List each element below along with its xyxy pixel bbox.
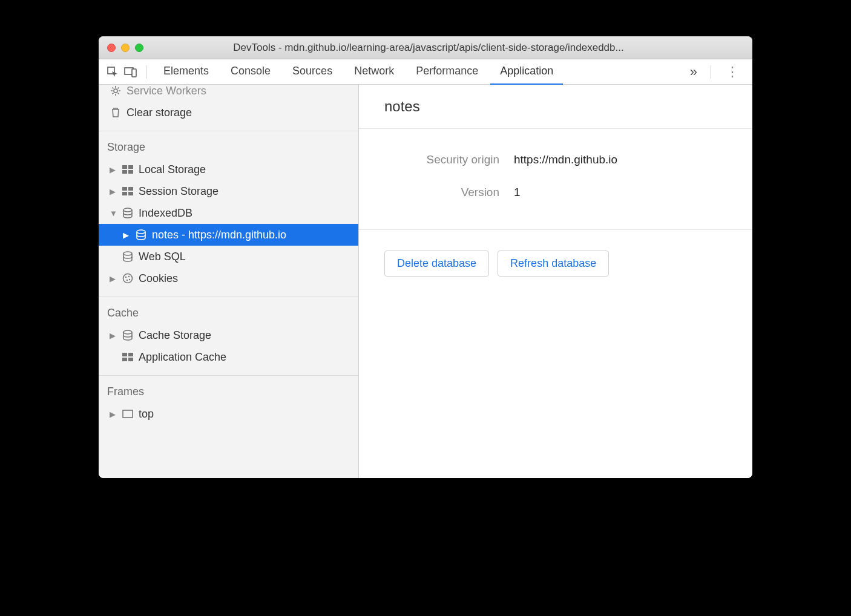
sidebar-group-storage: Storage <box>99 131 358 159</box>
sidebar-item-service-workers[interactable]: Service Workers <box>99 85 358 102</box>
detail-label: Security origin <box>384 153 499 166</box>
sidebar-item-label: notes - https://mdn.github.io <box>152 229 286 241</box>
svg-point-14 <box>123 252 132 255</box>
tab-elements[interactable]: Elements <box>154 59 218 85</box>
sidebar-item-indexeddb[interactable]: ▼ IndexedDB <box>99 202 358 224</box>
sidebar-item-label: Clear storage <box>126 106 192 119</box>
sidebar-item-cache-storage[interactable]: ▶ Cache Storage <box>99 324 358 346</box>
svg-rect-6 <box>122 170 127 174</box>
grid-icon <box>122 163 134 175</box>
svg-point-16 <box>125 277 126 278</box>
window-controls <box>107 44 143 52</box>
database-actions: Delete database Refresh database <box>359 230 752 297</box>
svg-point-13 <box>137 230 145 234</box>
svg-rect-10 <box>122 192 127 195</box>
svg-point-15 <box>123 274 133 283</box>
database-icon <box>135 229 147 241</box>
devtools-window: DevTools - mdn.github.io/learning-area/j… <box>99 36 752 478</box>
sidebar-item-label: Cache Storage <box>139 329 211 342</box>
database-details: Security origin https://mdn.github.io Ve… <box>359 129 752 230</box>
database-icon <box>122 329 134 341</box>
trash-icon <box>110 106 122 119</box>
svg-rect-21 <box>122 353 127 356</box>
application-sidebar: Service Workers Clear storage Storage ▶ … <box>99 85 359 478</box>
svg-rect-11 <box>128 192 133 195</box>
svg-rect-8 <box>122 187 127 191</box>
sidebar-item-label: Local Storage <box>139 163 206 176</box>
svg-rect-23 <box>122 358 127 361</box>
inspect-element-icon[interactable] <box>105 64 120 80</box>
sidebar-group-frames: Frames <box>99 376 358 403</box>
devtools-toolbar: Elements Console Sources Network Perform… <box>99 59 752 85</box>
sidebar-item-label: Web SQL <box>139 251 186 263</box>
grid-icon <box>122 185 134 197</box>
gear-icon <box>110 85 122 97</box>
sidebar-item-label: Session Storage <box>139 185 218 198</box>
maximize-window-button[interactable] <box>135 44 143 52</box>
detail-value: https://mdn.github.io <box>514 153 617 166</box>
sidebar-item-notes-db[interactable]: ▶ notes - https://mdn.github.io <box>99 224 358 246</box>
frame-icon <box>122 408 134 420</box>
svg-rect-22 <box>128 353 133 356</box>
toolbar-divider <box>711 65 711 79</box>
caret-right-icon: ▶ <box>110 165 117 174</box>
caret-right-icon: ▶ <box>110 331 117 340</box>
window-titlebar: DevTools - mdn.github.io/learning-area/j… <box>99 36 752 59</box>
caret-down-icon: ▼ <box>110 209 117 218</box>
devtools-content: Service Workers Clear storage Storage ▶ … <box>99 85 752 478</box>
detail-value: 1 <box>514 186 521 199</box>
svg-rect-24 <box>128 358 133 361</box>
database-icon <box>122 207 134 219</box>
minimize-window-button[interactable] <box>121 44 130 52</box>
grid-icon <box>122 351 134 363</box>
device-toolbar-icon[interactable] <box>123 64 139 80</box>
sidebar-item-label: Service Workers <box>126 85 206 97</box>
svg-rect-9 <box>128 187 133 191</box>
tab-performance[interactable]: Performance <box>406 59 488 85</box>
tab-sources[interactable]: Sources <box>283 59 342 85</box>
refresh-database-button[interactable]: Refresh database <box>498 251 609 277</box>
sidebar-item-clear-storage[interactable]: Clear storage <box>99 102 358 123</box>
database-icon <box>122 251 134 263</box>
detail-security-origin: Security origin https://mdn.github.io <box>384 153 727 166</box>
sidebar-item-application-cache[interactable]: Application Cache <box>99 346 358 368</box>
svg-point-20 <box>123 330 132 334</box>
close-window-button[interactable] <box>107 44 116 52</box>
settings-menu-icon[interactable]: ⋮ <box>718 65 746 79</box>
caret-right-icon: ▶ <box>110 274 117 283</box>
sidebar-item-session-storage[interactable]: ▶ Session Storage <box>99 180 358 202</box>
sidebar-item-label: Application Cache <box>139 351 226 364</box>
tab-application[interactable]: Application <box>490 59 563 85</box>
tab-network[interactable]: Network <box>344 59 404 85</box>
sidebar-item-label: top <box>139 408 154 421</box>
window-title: DevTools - mdn.github.io/learning-area/j… <box>150 42 744 54</box>
sidebar-item-web-sql[interactable]: Web SQL <box>99 246 358 267</box>
tab-console[interactable]: Console <box>221 59 280 85</box>
detail-label: Version <box>384 186 499 199</box>
tabs-overflow-button[interactable]: » <box>684 64 703 80</box>
sidebar-item-label: IndexedDB <box>139 207 192 220</box>
caret-right-icon: ▶ <box>110 187 117 196</box>
database-title: notes <box>359 85 752 129</box>
svg-point-12 <box>123 208 132 212</box>
main-panel: notes Security origin https://mdn.github… <box>359 85 752 478</box>
sidebar-item-cookies[interactable]: ▶ Cookies <box>99 267 358 289</box>
svg-rect-25 <box>123 410 133 418</box>
caret-right-icon: ▶ <box>123 231 130 240</box>
sidebar-group-cache: Cache <box>99 297 358 324</box>
svg-point-17 <box>128 276 130 277</box>
sidebar-item-label: Cookies <box>139 272 178 285</box>
sidebar-item-top-frame[interactable]: ▶ top <box>99 403 358 425</box>
svg-point-19 <box>129 279 130 280</box>
caret-right-icon: ▶ <box>110 410 117 419</box>
detail-version: Version 1 <box>384 186 727 199</box>
svg-point-18 <box>126 280 128 281</box>
toolbar-divider <box>146 65 146 79</box>
svg-rect-5 <box>128 165 133 169</box>
delete-database-button[interactable]: Delete database <box>384 251 489 277</box>
svg-rect-7 <box>128 170 133 174</box>
cookie-icon <box>122 272 134 284</box>
svg-rect-4 <box>122 165 127 169</box>
sidebar-item-local-storage[interactable]: ▶ Local Storage <box>99 159 358 180</box>
svg-point-3 <box>114 89 117 93</box>
